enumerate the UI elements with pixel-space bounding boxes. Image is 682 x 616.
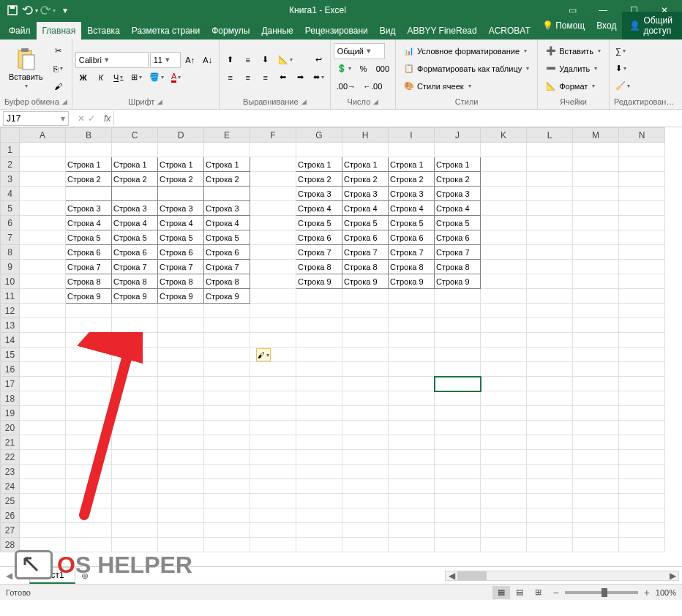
- cell[interactable]: [342, 362, 389, 377]
- cell[interactable]: [158, 362, 204, 377]
- cell[interactable]: [481, 304, 527, 318]
- cell[interactable]: [435, 304, 481, 318]
- cell[interactable]: [112, 362, 158, 377]
- cell[interactable]: [250, 157, 296, 172]
- cell[interactable]: Строка 9: [342, 274, 389, 289]
- cell[interactable]: [66, 333, 112, 348]
- cell[interactable]: [573, 435, 619, 450]
- cell[interactable]: [296, 333, 342, 348]
- cell[interactable]: [481, 348, 527, 362]
- font-name-combo[interactable]: Calibri▾: [75, 52, 149, 68]
- cell[interactable]: [481, 450, 527, 465]
- cell[interactable]: Строка 3: [112, 201, 158, 216]
- cell[interactable]: [619, 318, 665, 333]
- cell[interactable]: [158, 318, 204, 333]
- cell[interactable]: [435, 391, 481, 406]
- cell[interactable]: [158, 479, 204, 494]
- cell[interactable]: Строка 9: [435, 274, 481, 289]
- cell[interactable]: [481, 201, 527, 216]
- cell[interactable]: [250, 289, 296, 304]
- cell[interactable]: [527, 289, 573, 304]
- cell[interactable]: [20, 523, 66, 538]
- format-as-table-button[interactable]: 📋 Форматировать как таблицу▾: [399, 61, 534, 77]
- cell[interactable]: [619, 157, 665, 172]
- cell[interactable]: [619, 377, 665, 391]
- cell[interactable]: [66, 187, 112, 201]
- cell[interactable]: [250, 304, 296, 318]
- cell[interactable]: [573, 216, 619, 230]
- cell[interactable]: Строка 9: [204, 289, 250, 304]
- cell[interactable]: Строка 7: [112, 260, 158, 274]
- prev-sheet-icon[interactable]: ◀: [6, 571, 12, 581]
- cell[interactable]: [389, 465, 435, 479]
- cell[interactable]: [20, 421, 66, 435]
- cell[interactable]: [296, 421, 342, 435]
- cell[interactable]: Строка 4: [342, 201, 389, 216]
- cell[interactable]: Строка 7: [296, 245, 342, 260]
- row-header[interactable]: 12: [1, 304, 20, 318]
- cell[interactable]: [112, 479, 158, 494]
- delete-cells-button[interactable]: ➖ Удалить▾: [541, 61, 606, 77]
- cell[interactable]: Строка 6: [204, 245, 250, 260]
- cell[interactable]: [389, 406, 435, 421]
- row-header[interactable]: 14: [1, 333, 20, 348]
- col-header[interactable]: J: [435, 128, 481, 143]
- row-header[interactable]: 21: [1, 435, 20, 450]
- col-header[interactable]: A: [20, 128, 66, 143]
- cell[interactable]: Строка 5: [342, 216, 389, 230]
- tab-review[interactable]: Рецензировани: [299, 22, 374, 40]
- cell[interactable]: Строка 7: [389, 245, 435, 260]
- dialog-launcher-icon[interactable]: ◢: [301, 98, 307, 105]
- cell[interactable]: Строка 3: [389, 187, 435, 201]
- cell[interactable]: [112, 421, 158, 435]
- cell[interactable]: [389, 523, 435, 538]
- cell[interactable]: [573, 479, 619, 494]
- cell[interactable]: [296, 479, 342, 494]
- dialog-launcher-icon[interactable]: ◢: [157, 98, 162, 105]
- cell[interactable]: [296, 406, 342, 421]
- cell[interactable]: [204, 391, 250, 406]
- cell[interactable]: [389, 450, 435, 465]
- cell[interactable]: [204, 465, 250, 479]
- share-button[interactable]: 👤 Общий доступ: [622, 12, 682, 40]
- cell[interactable]: [481, 523, 527, 538]
- cell[interactable]: Строка 5: [66, 230, 112, 245]
- cell[interactable]: [250, 187, 296, 201]
- cell[interactable]: [158, 143, 204, 157]
- cell[interactable]: [112, 348, 158, 362]
- cell[interactable]: [342, 494, 389, 508]
- cell[interactable]: [204, 508, 250, 523]
- cell[interactable]: Строка 8: [389, 260, 435, 274]
- cell[interactable]: [342, 289, 389, 304]
- cell[interactable]: [573, 143, 619, 157]
- cell[interactable]: [250, 377, 296, 391]
- cell[interactable]: [66, 494, 112, 508]
- cell[interactable]: [296, 143, 342, 157]
- cell[interactable]: [619, 260, 665, 274]
- cell[interactable]: [481, 538, 527, 552]
- cell[interactable]: [389, 494, 435, 508]
- cell[interactable]: [342, 333, 389, 348]
- cell[interactable]: [389, 289, 435, 304]
- cell[interactable]: [204, 494, 250, 508]
- cell[interactable]: Строка 9: [66, 289, 112, 304]
- paste-button[interactable]: Вставить ▾: [3, 45, 49, 92]
- italic-button[interactable]: К: [93, 70, 109, 86]
- cell[interactable]: [250, 143, 296, 157]
- cell[interactable]: [619, 187, 665, 201]
- cell[interactable]: [296, 348, 342, 362]
- cell[interactable]: [573, 348, 619, 362]
- cell[interactable]: [342, 479, 389, 494]
- cell[interactable]: [481, 230, 527, 245]
- cell[interactable]: [342, 538, 389, 552]
- row-header[interactable]: 6: [1, 216, 20, 230]
- cell[interactable]: [619, 172, 665, 187]
- cell[interactable]: [481, 245, 527, 260]
- cell[interactable]: [573, 406, 619, 421]
- cell[interactable]: [66, 348, 112, 362]
- cell[interactable]: [619, 508, 665, 523]
- cell[interactable]: [66, 318, 112, 333]
- cell[interactable]: [389, 435, 435, 450]
- cell[interactable]: [112, 450, 158, 465]
- cell[interactable]: [481, 508, 527, 523]
